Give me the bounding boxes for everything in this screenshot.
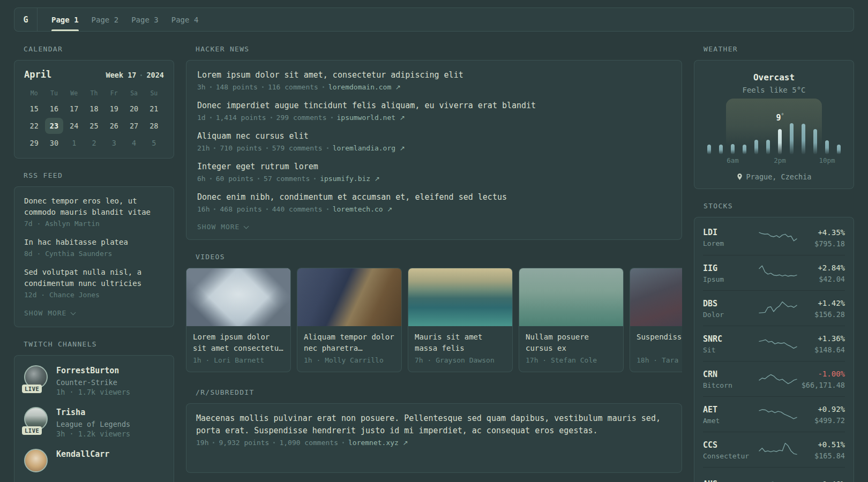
hacker-news-item-title[interactable]: Aliquam nec cursus elit: [197, 130, 671, 142]
hacker-news-item-title[interactable]: Donec enim nibh, condimentum et accumsan…: [197, 191, 671, 204]
subreddit-widget-header: /R/SUBREDDIT: [196, 388, 682, 396]
item-source-link[interactable]: loremdomain.com ↗: [328, 83, 401, 91]
live-badge: LIVE: [22, 426, 42, 435]
video-card[interactable]: Mauris sit amet massa felis7h · Grayson …: [408, 268, 513, 372]
stock-row-DBS[interactable]: DBSDolor+1.42%$156.28: [703, 290, 845, 326]
video-title: Nullam posuere cursus ex: [519, 326, 623, 354]
calendar-day[interactable]: 16: [45, 101, 63, 117]
video-thumbnail: [630, 268, 682, 326]
item-meta: 21h710 points579 commentsloremlandia.org…: [197, 144, 671, 152]
item-meta: 19h9,932 points1,090 commentsloremnet.xy…: [196, 439, 672, 447]
stock-spark-wrap: [758, 228, 798, 247]
hacker-news-item: Donec enim nibh, condimentum et accumsan…: [197, 191, 671, 213]
hacker-news-show-more-button[interactable]: SHOW MORE: [197, 222, 248, 236]
video-card[interactable]: Lorem ipsum dolor sit amet consectetu…1h…: [186, 268, 291, 372]
rss-item-title[interactable]: In hac habitasse platea: [24, 237, 164, 248]
item-source-link[interactable]: ipsumify.biz ↗: [320, 175, 380, 183]
item-source-link[interactable]: loremtech.co ↗: [333, 205, 393, 213]
hacker-news-item-title[interactable]: Donec imperdiet augue tincidunt felis al…: [197, 100, 671, 112]
nav-tab-3[interactable]: Page 3: [131, 8, 159, 31]
app-logo[interactable]: G: [14, 8, 38, 31]
twitch-channel[interactable]: LIVEForrestBurtonCounter-Strike1h · 1.7k…: [24, 365, 164, 396]
stock-values: +0.46%: [798, 479, 845, 482]
calendar-day[interactable]: 19: [105, 101, 123, 117]
stock-row-CRN[interactable]: CRNBitcorn-1.00%$66,171.48: [703, 361, 845, 396]
twitch-channel-name: Trisha: [56, 407, 130, 418]
twitch-channel[interactable]: KendallCarr: [24, 449, 164, 472]
rss-item-title[interactable]: Donec tempor eros leo, ut commodo mauris…: [24, 195, 164, 218]
calendar-day[interactable]: 24: [65, 118, 83, 134]
calendar-day[interactable]: 26: [105, 118, 123, 134]
weather-time-label: 6am: [717, 156, 749, 164]
calendar-day[interactable]: 25: [85, 118, 103, 134]
stock-name: Consectetur: [703, 452, 758, 460]
video-thumbnail: [408, 268, 512, 326]
separator-dot: [258, 178, 259, 179]
weather-bar: [743, 145, 746, 154]
calendar-day[interactable]: 18: [85, 101, 103, 117]
weather-bar: [707, 145, 711, 154]
stock-sparkline: [758, 440, 798, 458]
item-meta: 16h468 points440 commentsloremtech.co ↗: [197, 205, 671, 213]
calendar-widget: CALENDAR April Week 17 2024 MoTuWeThFrSa…: [14, 45, 174, 159]
separator-dot: [266, 147, 268, 149]
calendar-day[interactable]: 30: [45, 135, 63, 151]
stock-row-AET[interactable]: AETAmet+0.92%$499.72: [703, 396, 845, 432]
hacker-news-item-title[interactable]: Lorem ipsum dolor sit amet, consectetur …: [197, 69, 671, 81]
calendar-day[interactable]: 22: [25, 118, 43, 134]
rss-show-more-button[interactable]: SHOW MORE: [24, 308, 75, 322]
left-column: CALENDAR April Week 17 2024 MoTuWeThFrSa…: [14, 45, 174, 482]
stock-ticker: AHS: [703, 479, 758, 482]
right-column: WEATHER Overcast Feels like 5°C 9° 6am2p…: [694, 45, 854, 482]
rss-item: Donec tempor eros leo, ut commodo mauris…: [24, 195, 164, 228]
external-link-icon: ↗: [395, 84, 401, 91]
calendar-weekday: Su: [144, 86, 164, 100]
video-card[interactable]: Nullam posuere cursus ex17h · Stefan Col…: [519, 268, 624, 372]
external-link-icon: ↗: [375, 175, 380, 183]
center-column: HACKER NEWS Lorem ipsum dolor sit amet, …: [186, 45, 682, 482]
hacker-news-item-title[interactable]: Integer eget rutrum lorem: [197, 161, 671, 173]
calendar-day[interactable]: 3: [105, 135, 123, 151]
stock-row-AHS[interactable]: AHS+0.46%: [703, 467, 845, 482]
nav-tab-2[interactable]: Page 2: [92, 8, 119, 31]
calendar-day[interactable]: 15: [25, 101, 43, 117]
video-card[interactable]: Aliquam tempor dolor nec pharetra…1h · M…: [297, 268, 402, 372]
calendar-day[interactable]: 28: [145, 118, 163, 134]
stock-row-SNRC[interactable]: SNRCSit+1.36%$148.64: [703, 326, 845, 361]
item-meta: 6h60 points57 commentsipsumify.biz ↗: [197, 175, 671, 183]
calendar-day-selected[interactable]: 23: [45, 118, 63, 134]
nav-tab-4[interactable]: Page 4: [171, 8, 199, 31]
stock-row-CCS[interactable]: CCSConsectetur+0.51%$165.84: [703, 432, 845, 467]
calendar-title-row: April Week 17 2024: [24, 69, 164, 80]
calendar-day[interactable]: 21: [145, 101, 163, 117]
stock-row-LDI[interactable]: LDILorem+4.35%$795.18: [703, 220, 845, 255]
item-source-link[interactable]: loremlandia.org ↗: [333, 144, 405, 152]
calendar-weekday: We: [64, 86, 84, 100]
calendar-day[interactable]: 20: [125, 101, 143, 117]
rss-item-meta: 7d · Ashlyn Martin: [24, 220, 164, 228]
calendar-card: April Week 17 2024 MoTuWeThFrSaSu 151617…: [14, 60, 174, 159]
calendar-day[interactable]: 4: [125, 135, 143, 151]
calendar-day[interactable]: 17: [65, 101, 83, 117]
video-meta: 1h · Lori Barnett: [186, 354, 290, 372]
subreddit-widget: /R/SUBREDDIT Maecenas mollis pulvinar er…: [186, 388, 682, 473]
calendar-day[interactable]: 1: [65, 135, 83, 151]
nav-tab-1[interactable]: Page 1: [51, 8, 79, 31]
stock-values: +0.51%$165.84: [798, 439, 845, 460]
separator-dot: [214, 208, 215, 210]
weather-time-labels: 6am2pm10pm: [707, 156, 841, 166]
stock-price: $165.84: [798, 451, 845, 460]
calendar-day[interactable]: 29: [25, 135, 43, 151]
stock-spark-wrap: [758, 369, 798, 389]
video-card[interactable]: Suspendisse diam18h · Tara: [630, 268, 682, 372]
weather-bar: [719, 145, 723, 154]
twitch-channel[interactable]: LIVETrishaLeague of Legends3h · 1.2k vie…: [24, 407, 164, 438]
item-source-link[interactable]: loremnet.xyz ↗: [348, 439, 408, 447]
subreddit-post-title[interactable]: Maecenas mollis pulvinar erat non posuer…: [196, 412, 672, 437]
item-source-link[interactable]: ipsumworld.net ↗: [337, 114, 405, 122]
rss-item-title[interactable]: Sed volutpat nulla nisl, a condimentum n…: [24, 267, 164, 289]
calendar-day[interactable]: 27: [125, 118, 143, 134]
calendar-day[interactable]: 5: [145, 135, 163, 151]
calendar-day[interactable]: 2: [85, 135, 103, 151]
stock-row-IIG[interactable]: IIGIpsum+2.84%$42.04: [703, 255, 845, 290]
